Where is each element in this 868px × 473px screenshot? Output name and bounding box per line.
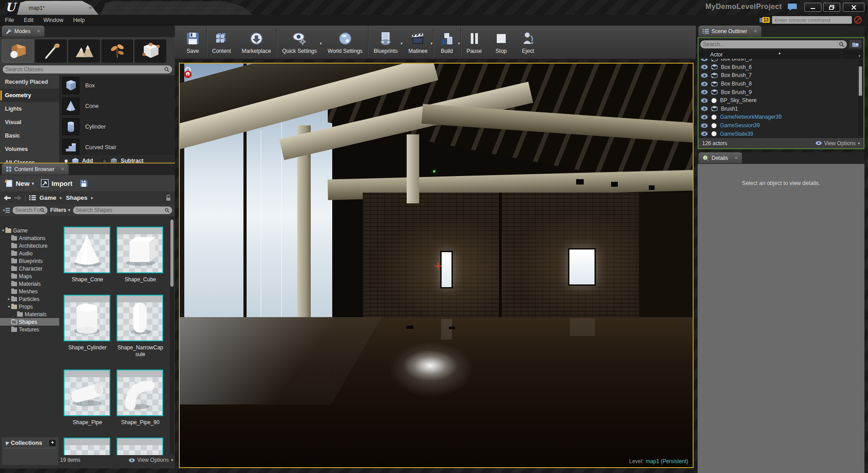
outliner-row[interactable]: Box Brush_8 [699, 80, 864, 88]
view-options-button[interactable]: View Options [129, 457, 173, 463]
asset-tile[interactable]: Shape_Pipe [64, 370, 111, 426]
expanded-arrow-icon[interactable] [8, 305, 10, 309]
collapsed-arrow-icon[interactable] [8, 297, 10, 301]
visibility-eye-icon[interactable] [701, 106, 708, 111]
visibility-eye-icon[interactable] [701, 64, 708, 69]
dropdown-caret-icon[interactable] [400, 41, 403, 46]
folder-tree-item[interactable]: Animations [0, 234, 59, 242]
toolbar-button[interactable]: Pause [461, 27, 488, 57]
toolbar-button[interactable]: Blueprints [369, 27, 403, 57]
folder-tree-item[interactable]: Particles [0, 295, 59, 303]
asset-tile[interactable]: Shape_NarrowCapsule [117, 295, 164, 358]
outliner-search-input[interactable] [703, 41, 839, 47]
asset-tile[interactable]: Shape_Cube [117, 227, 164, 283]
dropdown-caret-icon[interactable] [320, 41, 322, 46]
visibility-eye-icon[interactable] [701, 123, 708, 128]
level-tab-map1[interactable]: map1* [17, 1, 99, 15]
import-button[interactable]: Import [40, 179, 73, 188]
placeable-item[interactable]: Box [59, 75, 175, 96]
close-icon[interactable] [37, 29, 40, 34]
toolbar-button[interactable]: Eject [515, 27, 542, 57]
close-icon[interactable] [753, 29, 757, 34]
close-window-button[interactable] [843, 3, 864, 12]
brush-subtract-radio[interactable] [102, 159, 107, 163]
folder-tree-item[interactable]: Materials [0, 310, 59, 318]
toolbar-button[interactable]: Marketplace [236, 27, 277, 57]
search-classes-input[interactable] [5, 66, 164, 73]
outliner-row[interactable]: Box Brush_5 [699, 59, 864, 63]
mode-paint-button[interactable] [35, 39, 67, 63]
asset-grid-scrollbar[interactable] [170, 217, 174, 454]
toolbar-button[interactable]: Stop [488, 27, 515, 57]
folder-tree-item[interactable]: Architecture [0, 242, 59, 249]
visibility-eye-icon[interactable] [701, 90, 708, 95]
visibility-eye-icon[interactable] [701, 131, 708, 136]
restore-button[interactable] [823, 3, 840, 12]
toolbar-button[interactable]: Matinee [403, 27, 434, 57]
breadcrumb-game[interactable]: Game [39, 194, 56, 201]
folder-tree-item[interactable]: Materials [0, 280, 59, 288]
outliner-row[interactable]: GameNetworkManager39 [699, 113, 864, 121]
outliner-scrollbar[interactable] [858, 60, 863, 136]
mode-landscape-button[interactable] [68, 39, 100, 63]
scrollbar-thumb[interactable] [170, 219, 174, 287]
outliner-row[interactable]: Box Brush_7 [699, 71, 864, 80]
create-folder-button[interactable] [849, 40, 862, 48]
menu-help[interactable]: Help [68, 15, 90, 26]
filters-button[interactable]: Filters [50, 207, 70, 213]
mode-foliage-button[interactable] [101, 39, 133, 63]
folder-tree-item[interactable]: Maps [0, 272, 59, 280]
message-count-badge[interactable]: 13 [760, 17, 770, 23]
close-icon[interactable] [734, 155, 738, 160]
back-arrow-icon[interactable] [4, 195, 11, 201]
category-item[interactable]: Basic [0, 129, 59, 142]
outliner-row[interactable]: Brush1 [699, 105, 864, 113]
visibility-eye-icon[interactable] [701, 115, 708, 120]
no-entry-icon[interactable] [854, 16, 862, 24]
placeable-item[interactable]: Cylinder [59, 116, 175, 137]
category-item[interactable]: Visual [0, 116, 59, 129]
new-asset-button[interactable]: New [4, 179, 34, 188]
viewport[interactable]: Level:map1 (Persistent) [179, 63, 694, 468]
brush-add-radio[interactable] [64, 159, 69, 163]
toolbar-button[interactable]: Save [179, 27, 207, 57]
placeable-item[interactable]: Cone [59, 96, 175, 116]
menu-window[interactable]: Window [39, 15, 68, 26]
asset-tile[interactable]: Shape_Cylinder [64, 295, 111, 358]
folder-tree-item[interactable]: Audio [0, 249, 59, 257]
category-item[interactable]: Recently Placed [0, 75, 59, 89]
asset-tile[interactable]: Shape_Pipe_90 [117, 370, 164, 426]
search-assets-input[interactable] [76, 207, 165, 213]
tab-content-browser[interactable]: Content Browser [2, 163, 69, 175]
visibility-eye-icon[interactable] [701, 98, 708, 103]
folder-tree-item[interactable]: Shapes [0, 318, 59, 326]
lock-icon[interactable] [165, 194, 171, 201]
tab-scene-outliner[interactable]: Scene Outliner [699, 26, 761, 37]
toolbar-button[interactable]: Content [207, 27, 236, 57]
feedback-chat-icon[interactable] [787, 3, 797, 11]
collections-header[interactable]: Collections + [4, 439, 56, 448]
folder-tree-item[interactable]: Blueprints [0, 257, 59, 265]
minimize-button[interactable] [804, 3, 821, 12]
folder-tree-item[interactable]: Meshes [0, 288, 59, 295]
mode-geometry-button[interactable] [135, 39, 166, 63]
mode-place-button[interactable] [2, 39, 34, 63]
dropdown-caret-icon[interactable] [458, 41, 460, 46]
toolbar-button[interactable]: Build [434, 27, 461, 57]
folder-tree-item[interactable]: Props [0, 303, 59, 310]
console-command-input[interactable] [772, 16, 852, 24]
tab-modes[interactable]: Modes [2, 26, 44, 37]
folder-tree-item[interactable]: Textures [0, 326, 59, 333]
dropdown-caret-icon[interactable] [430, 41, 433, 46]
toolbar-button[interactable]: Quick Settings [277, 27, 322, 57]
outliner-row[interactable]: BP_Sky_Shere [699, 96, 864, 105]
add-collection-button[interactable]: + [49, 440, 56, 446]
asset-tile-partial[interactable] [64, 438, 111, 455]
category-item[interactable]: Volumes [0, 142, 59, 156]
asset-tile[interactable]: Shape_Cone [64, 227, 111, 283]
expanded-arrow-icon[interactable] [2, 228, 4, 232]
outliner-row[interactable]: GameSession39 [699, 121, 864, 130]
close-icon[interactable] [89, 5, 92, 10]
menu-edit[interactable]: Edit [19, 15, 39, 26]
folder-tree-item[interactable]: Game [0, 227, 59, 234]
